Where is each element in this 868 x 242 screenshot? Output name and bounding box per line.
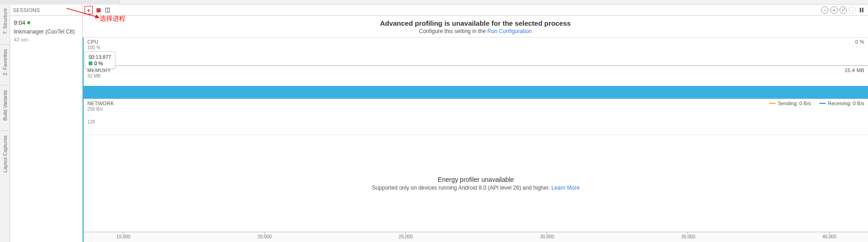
cpu-label: CPU	[87, 39, 98, 45]
profiler-content: + − + ⤢ › Advanced profiling is unavaila…	[83, 5, 868, 242]
profiler-main: SESSIONS 9:04 linkmanager (CooTel C8) 43…	[10, 5, 868, 242]
cpu-track[interactable]: CPU 0 % 100 % 00:13.877 0 %	[84, 38, 868, 66]
pause-button[interactable]	[858, 6, 865, 14]
layout-toggle-button[interactable]	[104, 6, 111, 14]
sending-label: Sending: 0 B/s	[778, 101, 811, 106]
minus-icon: −	[823, 7, 826, 13]
network-label: NETWORK	[87, 101, 114, 106]
memory-scale: 32 MB	[84, 73, 868, 79]
editor-tab-bar	[0, 0, 868, 5]
energy-title: Energy profiler unavailable	[438, 176, 514, 183]
receiving-label: Receiving: 0 B/s	[828, 101, 864, 106]
session-time: 9:04	[14, 18, 30, 28]
tooltip-value: 0 %	[94, 61, 103, 66]
session-item[interactable]: 9:04 linkmanager (CooTel C8) 43 sec	[14, 18, 79, 43]
memory-track[interactable]: MEMORY 15.4 MB 32 MB	[84, 66, 868, 99]
tooltip-color-swatch-icon	[89, 62, 92, 65]
fit-icon: ⤢	[841, 7, 845, 13]
tick-label: 20.000	[258, 234, 272, 239]
sessions-panel: SESSIONS 9:04 linkmanager (CooTel C8) 43…	[10, 5, 83, 242]
network-scale: 256 B/s	[84, 107, 868, 113]
receiving-line-icon	[819, 103, 826, 104]
toolwindow-favorites[interactable]: 2: Favorites	[1, 45, 9, 84]
stop-session-button[interactable]	[95, 6, 102, 14]
captures-icon	[3, 174, 7, 178]
sessions-list: 9:04 linkmanager (CooTel C8) 43 sec	[10, 16, 82, 242]
tick-label: 35.000	[681, 234, 695, 239]
layout-icon	[105, 8, 110, 12]
energy-track[interactable]: Energy profiler unavailable Supported on…	[84, 135, 868, 232]
live-icon: ›	[851, 7, 853, 13]
cpu-scale: 100 %	[84, 45, 868, 51]
energy-learn-more-link[interactable]: Learn More	[551, 185, 579, 191]
network-track[interactable]: NETWORK Sending: 0 B/s Receiving: 0 B/s …	[84, 99, 868, 135]
tick-label: 15.000	[116, 234, 130, 239]
banner-subtitle: Configure this setting in the Run Config…	[83, 28, 868, 34]
tick-label: 25.000	[399, 234, 413, 239]
sending-line-icon	[769, 103, 776, 104]
variants-icon	[3, 122, 7, 126]
tick-label: 40.000	[823, 234, 837, 239]
energy-subtitle: Supported only on devices running Androi…	[372, 185, 580, 191]
session-duration: 43 sec	[14, 36, 79, 44]
stop-icon	[96, 8, 101, 12]
separator	[0, 85, 10, 85]
separator	[0, 130, 10, 131]
network-legend: Sending: 0 B/s Receiving: 0 B/s	[769, 101, 864, 106]
toolwindow-layout-captures[interactable]: Layout Captures	[1, 132, 9, 181]
cpu-baseline	[84, 65, 868, 66]
memory-fill	[84, 86, 868, 99]
session-process-name: linkmanager (CooTel C8)	[14, 28, 79, 36]
go-live-button[interactable]: ›	[849, 6, 856, 14]
tooltip-time: 00:13.877	[89, 54, 111, 60]
plus-icon: +	[87, 7, 91, 14]
structure-icon	[3, 36, 7, 39]
cpu-current-value: 0 %	[855, 39, 864, 45]
sessions-header: SESSIONS	[10, 5, 82, 16]
profiler-area: + − + ⤢ › Advanced profiling is unavaila…	[83, 5, 868, 242]
separator	[0, 44, 10, 45]
tick-label: 30.000	[540, 234, 554, 239]
add-session-button[interactable]: +	[85, 6, 93, 14]
recording-dot-icon	[27, 21, 30, 24]
toolwindow-structure[interactable]: 7: Structure	[1, 5, 9, 43]
hover-tooltip: 00:13.877 0 %	[85, 51, 115, 69]
chart-stack: CPU 0 % 100 % 00:13.877 0 %	[83, 38, 868, 242]
timeline-ruler[interactable]: 15.000 20.000 25.000 30.000 35.000 40.00…	[84, 232, 868, 242]
toolwindow-build-variants[interactable]: Build Variants	[1, 86, 9, 129]
pause-icon	[860, 8, 863, 12]
memory-current-value: 15.4 MB	[845, 68, 864, 73]
star-icon	[3, 77, 7, 80]
network-mid-tick: 128	[87, 119, 95, 124]
editor-tab[interactable]	[0, 0, 119, 5]
run-configuration-link[interactable]: Run Configuration	[488, 28, 532, 34]
banner-title: Advanced profiling is unavailable for th…	[83, 19, 868, 27]
left-toolwindow-bar: 7: Structure 2: Favorites Build Variants…	[0, 5, 10, 242]
profiler-toolbar: + − + ⤢ ›	[83, 5, 868, 16]
zoom-fit-button[interactable]: ⤢	[840, 6, 847, 14]
profiling-banner: Advanced profiling is unavailable for th…	[83, 16, 868, 38]
zoom-in-button[interactable]: +	[830, 6, 838, 14]
plus-icon: +	[833, 7, 835, 13]
zoom-out-button[interactable]: −	[821, 6, 828, 14]
